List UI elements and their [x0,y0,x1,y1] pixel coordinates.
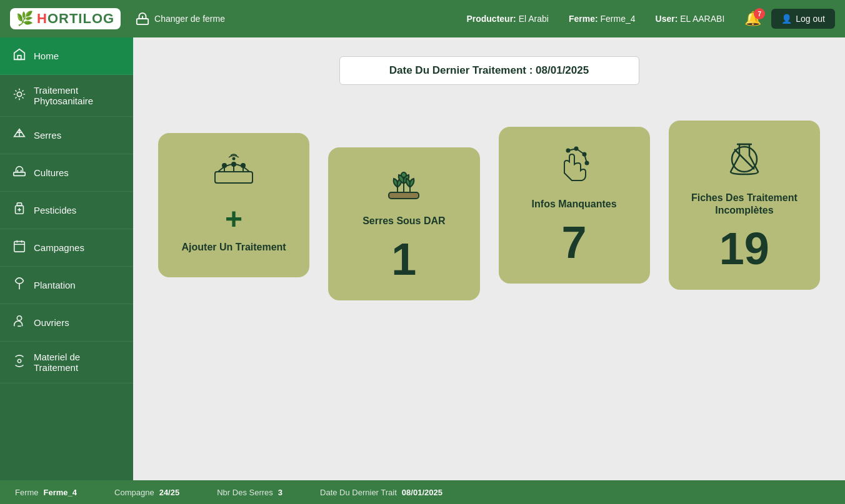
navbar-info: Producteur: El Arabi Ferme: Ferme_4 User… [466,14,724,24]
campagnes-icon [12,239,26,256]
logout-button[interactable]: 👤 Log out [771,9,835,29]
sidebar-item-traitement[interactable]: Traitement Phytosanitaire [0,75,133,117]
sidebar-item-ouvriers[interactable]: Ouvriers [0,304,133,342]
main-content: Date Du Dernier Traitement : 08/01/2025 [133,37,845,480]
circuit-hand-icon [554,146,594,190]
svg-point-3 [17,92,21,96]
svg-rect-20 [215,172,252,183]
svg-rect-6 [14,172,25,176]
sidebar-plantation-label: Plantation [34,280,76,290]
sidebar-home-label: Home [34,51,59,61]
card-ajouter-label: Ajouter Un Traitement [182,241,286,254]
bell-badge: 7 [754,8,765,19]
logo: 🌿 HORTILOG [10,8,121,29]
sidebar: Home Traitement Phytosanitaire Serres [0,37,133,480]
card-fiches-label: Fiches Des Traitement Incomplètes [681,192,808,218]
footer-nbr-serres: Nbr Des Serres 3 [217,488,282,497]
sidebar-item-home[interactable]: Home [0,37,133,75]
traitement-icon [12,87,26,104]
sidebar-ouvriers-label: Ouvriers [34,317,69,328]
footer-ferme-value: Ferme_4 [44,488,77,497]
footer-compagne-label: Compagne [114,488,154,497]
ouvriers-icon [12,314,26,331]
sidebar-serres-label: Serres [34,130,61,141]
changer-ferme-label: Changer de ferme [154,14,225,24]
greenhouse-icon [212,152,256,194]
card-fiches-incompletes[interactable]: Fiches Des Traitement Incomplètes 19 [669,121,820,290]
card-serres-dar[interactable]: Serres Sous DAR 1 [328,147,479,300]
footer-date: Date Du Dernier Trait 08/01/2025 [320,488,442,497]
svg-rect-28 [389,192,419,199]
card-fiches-value: 19 [719,226,769,271]
sidebar-item-materiel[interactable]: Materiel de Traitement [0,342,133,383]
svg-rect-2 [18,56,21,59]
date-banner: Date Du Dernier Traitement : 08/01/2025 [339,56,639,85]
serres-icon [12,127,26,144]
logo-text: HORTILOG [37,11,114,27]
navbar-actions: 🔔 7 👤 Log out [744,9,835,29]
plant-dar-icon [384,166,424,207]
ferme-info: Ferme: Ferme_4 [569,14,636,24]
cultures-icon [12,164,26,181]
sidebar-item-serres[interactable]: Serres [0,117,133,154]
svg-point-24 [232,162,236,166]
producteur-info: Producteur: El Arabi [466,14,548,24]
sidebar-materiel-label: Materiel de Traitement [34,352,121,373]
svg-rect-0 [137,19,148,24]
footer-nbr-serres-value: 3 [278,488,282,497]
sidebar-item-campagnes[interactable]: Campagnes [0,229,133,267]
sidebar-campagnes-label: Campagnes [34,242,84,253]
flask-blocked-icon [724,139,764,184]
card-ajouter-traitement[interactable]: + Ajouter Un Traitement [158,133,309,278]
changer-ferme-button[interactable]: Changer de ferme [136,12,225,26]
sidebar-traitement-label: Traitement Phytosanitaire [34,85,121,106]
logo-icon: 🌿 [16,11,33,27]
svg-line-38 [576,149,584,154]
bell-button[interactable]: 🔔 7 [744,11,761,27]
svg-point-17 [17,316,21,320]
footer-compagne: Compagne 24/25 [114,488,179,497]
footer-nbr-serres-label: Nbr Des Serres [217,488,273,497]
svg-point-26 [241,164,245,167]
farm-icon [136,12,149,26]
footer: Ferme Ferme_4 Compagne 24/25 Nbr Des Ser… [0,480,845,504]
materiel-icon [12,354,26,371]
footer-ferme: Ferme Ferme_4 [15,488,77,497]
footer-date-label: Date Du Dernier Trait [320,488,397,497]
sidebar-item-pesticides[interactable]: Pesticides [0,192,133,229]
card-infos-manquantes[interactable]: Infos Manquantes 7 [499,127,650,284]
svg-rect-13 [14,242,25,252]
sidebar-pesticides-label: Pesticides [34,205,76,215]
card-infos-value: 7 [562,220,587,265]
footer-date-value: 08/01/2025 [402,488,442,497]
main-layout: Home Traitement Phytosanitaire Serres [0,37,845,480]
svg-point-19 [18,359,21,363]
svg-point-27 [233,157,235,159]
user-info: User: EL AARABI [656,14,725,24]
pesticides-icon [12,202,26,219]
sidebar-item-cultures[interactable]: Cultures [0,154,133,192]
navbar: 🌿 HORTILOG Changer de ferme Producteur: … [0,0,845,37]
home-icon [12,47,26,64]
svg-point-32 [401,172,406,177]
card-serres-dar-value: 1 [391,237,416,282]
plantation-icon [12,277,26,294]
card-serres-dar-label: Serres Sous DAR [362,215,446,228]
footer-compagne-value: 24/25 [159,488,180,497]
sidebar-item-plantation[interactable]: Plantation [0,267,133,304]
svg-point-22 [222,164,226,167]
footer-ferme-label: Ferme [15,488,39,497]
plus-icon: + [225,202,242,236]
cards-grid: + Ajouter Un Traitement [158,110,820,300]
sidebar-cultures-label: Cultures [34,167,69,178]
card-infos-label: Infos Manquantes [532,198,617,211]
logout-icon: 👤 [781,14,792,24]
